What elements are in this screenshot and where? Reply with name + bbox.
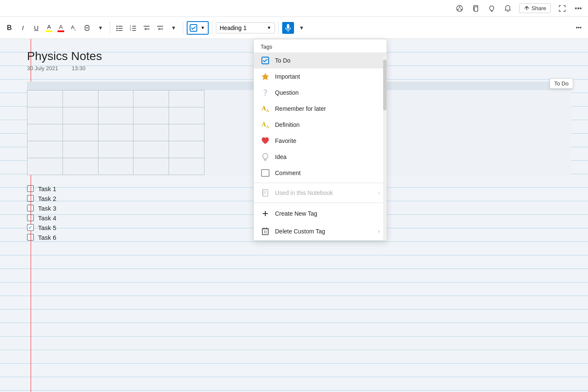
tag-item-idea[interactable]: Idea (254, 149, 387, 165)
tags-scrollbar[interactable] (383, 56, 387, 240)
table-row (27, 124, 204, 141)
highlight-color-bar (46, 30, 52, 32)
tag-item-todo[interactable]: To Do (254, 52, 387, 69)
question-mark-icon: ? (261, 88, 270, 97)
table-cell[interactable] (169, 141, 204, 158)
outdent-button[interactable] (141, 22, 152, 34)
more-mic-button[interactable]: ▼ (296, 22, 308, 34)
indent-button[interactable] (154, 22, 166, 34)
lightbulb-icon[interactable] (487, 4, 496, 13)
task-label-1: Task 1 (38, 185, 56, 192)
delete-custom-tag-chevron-icon: › (378, 228, 380, 234)
table-cell[interactable] (27, 158, 63, 175)
table-cell[interactable] (133, 107, 169, 124)
tags-panel-header: Tags (254, 39, 387, 52)
tag-label-idea: Idea (275, 154, 286, 160)
bullets-button[interactable] (114, 22, 125, 34)
star-icon (261, 72, 270, 81)
table-cell[interactable] (133, 141, 169, 158)
task-checkbox-2[interactable] (27, 195, 34, 202)
table-cell[interactable] (169, 158, 204, 175)
tag-label-remember: Remember for later (275, 105, 326, 112)
underline-button[interactable]: U (30, 22, 42, 34)
task-checkbox-6[interactable] (27, 234, 34, 241)
heart-icon (261, 136, 270, 145)
task-checkbox-1[interactable] (27, 185, 34, 192)
svg-text:3.: 3. (130, 29, 131, 31)
heading-dropdown[interactable]: Heading 1 ▼ (216, 22, 275, 33)
copy-icon[interactable] (471, 4, 480, 13)
svg-line-5 (458, 7, 460, 9)
tag-label-favorite: Favorite (275, 137, 297, 144)
remember-icon: AA (261, 104, 270, 113)
tag-item-comment[interactable]: Comment (254, 165, 387, 181)
table-cell[interactable] (169, 107, 204, 124)
highlight-button[interactable]: A (44, 23, 54, 33)
bell-icon[interactable] (503, 4, 512, 13)
note-table (27, 90, 204, 175)
table-cell[interactable] (98, 107, 133, 124)
share-label: Share (531, 5, 546, 11)
used-in-notebook-item[interactable]: Used in this Notebook › (254, 185, 387, 201)
more-text-button[interactable]: ▼ (95, 22, 106, 34)
tag-label-important: Important (275, 73, 300, 80)
create-new-tag-label: Create New Tag (275, 210, 317, 217)
task-checkbox-5[interactable] (27, 224, 34, 231)
tags-checkbox-icon (188, 23, 199, 33)
table-cell[interactable] (133, 90, 169, 107)
todo-checkbox-icon (261, 56, 270, 65)
tag-item-definition[interactable]: AA Definition (254, 117, 387, 133)
share-button[interactable]: Share (519, 3, 551, 13)
numbered-list-button[interactable]: 1. 2. 3. (127, 22, 139, 34)
table-row (27, 90, 204, 107)
table-cell[interactable] (63, 124, 98, 141)
title-bar: Share ••• (0, 0, 588, 17)
tag-item-important[interactable]: Important (254, 69, 387, 85)
connect-icon[interactable] (455, 4, 464, 13)
table-cell[interactable] (98, 124, 133, 141)
more-options-icon[interactable]: ••• (574, 4, 583, 13)
table-cell[interactable] (27, 90, 63, 107)
svg-rect-27 (287, 24, 289, 29)
heading-label: Heading 1 (220, 25, 247, 31)
table-cell[interactable] (63, 107, 98, 124)
font-color-button[interactable]: A (56, 23, 66, 33)
delete-custom-tag-item[interactable]: Delete Custom Tag › (254, 222, 387, 240)
table-cell[interactable] (63, 90, 98, 107)
italic-button[interactable]: I (17, 22, 29, 34)
more-indent-button[interactable]: ▼ (168, 22, 180, 34)
table-cell[interactable] (133, 124, 169, 141)
table-cell[interactable] (98, 141, 133, 158)
table-cell[interactable] (27, 107, 63, 124)
table-cell[interactable] (63, 158, 98, 175)
table-cell[interactable] (63, 141, 98, 158)
table-cell[interactable] (27, 124, 63, 141)
table-cell[interactable] (98, 158, 133, 175)
bold-button[interactable]: B (3, 22, 15, 34)
table-cell[interactable] (133, 158, 169, 175)
tags-dropdown-button[interactable]: ▼ (187, 21, 209, 35)
expand-icon[interactable] (558, 4, 567, 13)
tag-label-question: Question (275, 89, 299, 96)
comment-icon (261, 168, 270, 178)
task-checkbox-4[interactable] (27, 214, 34, 221)
table-cell[interactable] (27, 141, 63, 158)
separator-2 (183, 22, 183, 34)
table-cell[interactable] (169, 90, 204, 107)
table-row (27, 107, 204, 124)
table-cell[interactable] (169, 124, 204, 141)
todo-tooltip: To Do (550, 78, 573, 89)
tag-item-favorite[interactable]: Favorite (254, 133, 387, 149)
task-checkbox-3[interactable] (27, 205, 34, 211)
tags-scrollbar-thumb[interactable] (383, 60, 387, 110)
svg-rect-40 (262, 229, 268, 235)
table-row (27, 141, 204, 158)
table-cell[interactable] (98, 90, 133, 107)
overflow-button[interactable]: ••• (573, 22, 585, 34)
tag-item-question[interactable]: ? Question (254, 85, 387, 101)
strikethrough-button[interactable] (81, 22, 93, 34)
tag-item-remember[interactable]: AA Remember for later (254, 101, 387, 117)
create-new-tag-item[interactable]: Create New Tag (254, 205, 387, 222)
text-effects-button[interactable]: Ax (68, 22, 79, 34)
mic-button[interactable] (282, 22, 294, 34)
